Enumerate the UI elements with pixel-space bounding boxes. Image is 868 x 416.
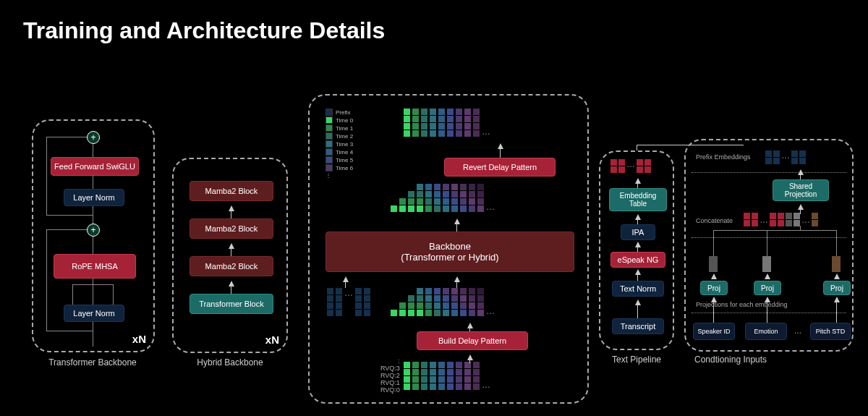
prefix-embed-tokens: … (765, 150, 806, 164)
text-pipeline-panel: … Embedding Table IPA eSpeak NG Text Nor… (599, 150, 674, 350)
backbone-flow-panel: Prefix Time 0 Time 1 Time 2 Time 3 Time … (308, 94, 589, 404)
arrow-up-icon-15 (798, 169, 804, 175)
page-title: Training and Architecture Details (23, 17, 385, 44)
arrow-up-icon-10 (635, 178, 641, 184)
mamba2-block-2: Mamba2 Block (190, 218, 273, 239)
ellipsis-icon: ... (794, 326, 801, 336)
arrow-up-icon-4 (498, 143, 503, 149)
time-legend: Prefix Time 0 Time 1 Time 2 Time 3 Time … (326, 109, 353, 179)
text-pipeline-caption: Text Pipeline (603, 355, 670, 365)
rvq-labels: : RVQ:3 RVQ:2 RVQ:1 RVQ:0 (380, 357, 400, 394)
arrow-up-icon-3 (229, 281, 234, 286)
proj-block-2: Proj (754, 281, 781, 295)
build-delay-block: Build Delay Pattern (417, 331, 528, 350)
transformer-backbone-caption: Transformer Backbone (42, 357, 143, 368)
arrow-up-icon-13 (635, 269, 641, 275)
arrow-up-icon-5 (467, 323, 473, 328)
arrow-up-icon-19 (834, 273, 840, 279)
hybrid-backbone-caption: Hybrid Backbone (187, 357, 273, 368)
arrow-up-icon-22 (834, 297, 840, 302)
arrow-up-icon-7 (343, 276, 349, 282)
repeat-label: xN (132, 333, 146, 345)
prefix-embeddings-label: Prefix Embeddings (696, 153, 751, 161)
transcript-block: Transcript (612, 318, 664, 334)
arrow-up-icon (229, 205, 234, 211)
input-tokens: … (404, 362, 490, 390)
arrow-up-icon-20 (711, 297, 717, 302)
layer-norm-block-1: Layer Norm (64, 189, 124, 206)
emotion-block: Emotion (745, 323, 787, 340)
arrow-up-icon-8 (454, 276, 460, 282)
projections-label: Projections for each embedding (696, 301, 788, 308)
staircase-tokens-bottom: … (391, 288, 495, 316)
hybrid-backbone-panel: Mamba2 Block Mamba2 Block Mamba2 Block T… (172, 158, 288, 353)
output-tokens: … (404, 109, 490, 137)
arrow-up-icon-14 (635, 300, 641, 305)
mamba2-block-1: Mamba2 Block (190, 181, 273, 201)
arrow-up-icon-16 (798, 204, 804, 210)
prefix-tokens: … (327, 288, 370, 316)
text-norm-block: Text Norm (612, 281, 664, 297)
embedding-table-block: Embedding Table (609, 188, 667, 211)
conditioning-panel: … Prefix Embeddings Shared Projection Co… (684, 139, 854, 352)
speaker-id-block: Speaker ID (693, 323, 735, 340)
staircase-tokens-top: … (391, 184, 495, 212)
transformer-block: Transformer Block (190, 294, 273, 314)
text-output-tokens: … (610, 159, 651, 173)
arrow-up-icon-17 (711, 273, 717, 279)
revert-delay-block: Revert Delay Pattern (444, 158, 556, 177)
transformer-backbone-panel: + Feed Forward SwiGLU Layer Norm + RoPE … (32, 119, 155, 352)
arrow-up-icon-2 (229, 243, 234, 249)
layer-norm-block-2: Layer Norm (64, 305, 124, 322)
backbone-block: Backbone (Transformer or Hybrid) (326, 232, 574, 272)
arrow-up-icon-12 (635, 242, 641, 247)
proj-block-1: Proj (700, 281, 728, 295)
rope-mhsa-block: RoPE MHSA (54, 254, 136, 279)
conditioning-caption: Condtioning Inputs (694, 355, 781, 365)
shared-projection-block: Shared Projection (773, 179, 829, 201)
mamba2-block-3: Mamba2 Block (190, 256, 273, 276)
proj-token-1 (709, 256, 718, 272)
proj-block-3: Proj (823, 281, 851, 295)
connector-line (637, 145, 637, 150)
concat-tokens: … … (744, 213, 818, 226)
ipa-block: IPA (621, 224, 655, 240)
repeat-label-2: xN (265, 334, 279, 346)
arrow-up-icon-6 (467, 355, 473, 360)
ffn-block: Feed Forward SwiGLU (51, 157, 139, 176)
add-icon: + (87, 131, 100, 144)
pitch-std-block: Pitch STD (810, 323, 851, 340)
espeak-block: eSpeak NG (610, 252, 665, 268)
add-icon-2: + (87, 224, 100, 237)
arrow-up-icon-11 (635, 214, 641, 220)
arrow-up-icon-18 (765, 273, 770, 279)
arrow-up-icon-9 (454, 218, 460, 224)
proj-token-3 (832, 256, 841, 272)
proj-token-2 (762, 256, 771, 272)
arrow-up-icon-21 (765, 297, 770, 302)
concatenate-label: Concatenate (696, 217, 733, 224)
